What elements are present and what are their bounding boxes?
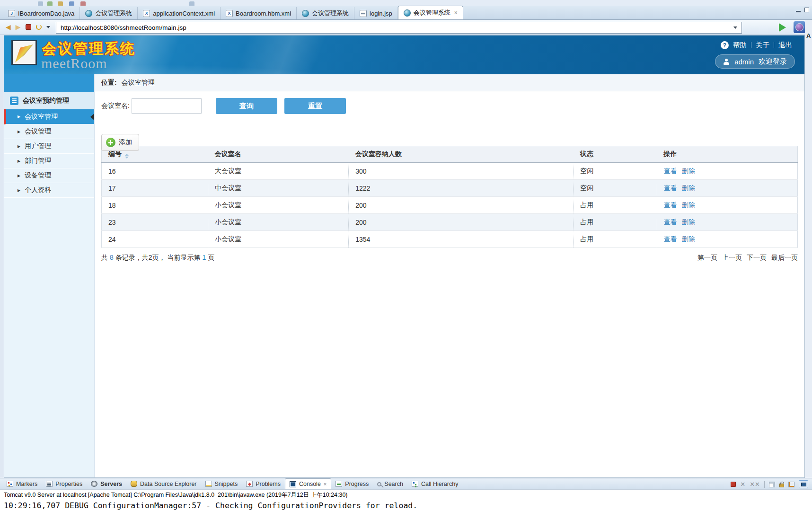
prev-page-link[interactable]: 上一页 (722, 254, 742, 261)
nav-dropdown-icon[interactable] (46, 26, 50, 28)
editor-tab[interactable]: XBoardroom.hbm.xml (221, 7, 297, 19)
back-icon[interactable]: ◀ (6, 23, 11, 31)
table-row: 17中会议室1222空闲查看删除 (102, 180, 798, 197)
view-link[interactable]: 查看 (664, 235, 677, 243)
snippets-icon (205, 481, 212, 487)
sidebar-item[interactable]: ▶会议室管理 (4, 109, 94, 124)
terminate-icon[interactable] (731, 482, 736, 487)
close-icon[interactable]: × (324, 481, 327, 487)
sidebar-item[interactable]: ▶会议管理 (4, 124, 94, 139)
reset-button[interactable]: 重置 (284, 98, 346, 114)
go-button[interactable] (779, 23, 786, 32)
header-link-logout[interactable]: 退出 (778, 41, 792, 50)
delete-link[interactable]: 删除 (682, 218, 695, 226)
panel-tab-snippets[interactable]: Snippets (201, 478, 242, 489)
editor-tab[interactable]: XapplicationContext.xml (138, 7, 221, 19)
editor-tab[interactable]: 会议管理系统 (80, 7, 138, 19)
triangle-bullet-icon: ▶ (18, 174, 20, 178)
cell-status: 占用 (574, 231, 657, 248)
panel-tab-search[interactable]: Search (373, 478, 407, 489)
editor-tab[interactable]: 会议管理系统 (297, 7, 354, 19)
maximize-icon[interactable] (804, 8, 809, 12)
sidebar-item-label: 会议室管理 (25, 113, 58, 121)
panel-tab-markers[interactable]: Markers (2, 478, 42, 489)
web-page-icon (302, 10, 309, 17)
url-dropdown-icon[interactable] (733, 26, 737, 29)
plus-icon (106, 138, 115, 147)
panel-tab-data-source[interactable]: Data Source Explorer (126, 478, 201, 489)
sidebar-item[interactable]: ▶设备管理 (4, 168, 94, 183)
panel-tab-label: Data Source Explorer (140, 481, 197, 487)
editor-tab[interactable]: 会议管理系统× (398, 6, 463, 19)
cell-room-name: 小会议室 (208, 214, 349, 231)
problems-icon (246, 481, 253, 487)
panel-tab-servers[interactable]: Servers (87, 478, 126, 489)
cell-capacity: 1354 (349, 231, 574, 248)
web-page-icon (85, 10, 92, 17)
url-text: http://localhost:8080/sshmeetRoom/main.j… (61, 24, 186, 31)
sidebar-item[interactable]: ▶个人资料 (4, 183, 94, 198)
table-header-row: 编号会议室名会议室容纳人数状态操作 (102, 146, 798, 163)
view-link[interactable]: 查看 (664, 184, 677, 192)
clipped-toolbar (0, 0, 812, 6)
scroll-lock-icon[interactable] (779, 484, 784, 487)
stop-icon[interactable] (26, 24, 31, 30)
editor-tab[interactable]: login.jsp (354, 7, 398, 19)
sort-icon[interactable] (125, 154, 129, 159)
next-page-link[interactable]: 下一页 (747, 254, 767, 261)
summary-text: 共 (101, 254, 108, 261)
delete-link[interactable]: 删除 (682, 184, 695, 192)
user-badge[interactable]: admin 欢迎登录 (715, 54, 795, 69)
app-subtitle: meetRoom (41, 55, 107, 71)
sidebar-item[interactable]: ▶部门管理 (4, 154, 94, 168)
xml-file-icon: X (143, 10, 150, 17)
close-icon[interactable]: × (454, 9, 458, 16)
add-button[interactable]: 添加 (101, 134, 139, 151)
panel-tab-properties[interactable]: Properties (42, 478, 87, 489)
table-row: 24小会议室1354占用查看删除 (102, 231, 798, 248)
pin-console-icon[interactable] (788, 482, 794, 487)
panel-tab-call-hierarchy[interactable]: Call Hierarchy (407, 478, 463, 489)
editor-tab[interactable]: JIBoardroomDao.java (3, 7, 80, 19)
panel-tab-problems[interactable]: Problems (242, 478, 285, 489)
url-input[interactable]: http://localhost:8080/sshmeetRoom/main.j… (56, 22, 742, 34)
delete-link[interactable]: 删除 (682, 167, 695, 175)
sidebar-item[interactable]: ▶用户管理 (4, 139, 94, 154)
delete-link[interactable]: 删除 (682, 201, 695, 209)
panel-tab-console[interactable]: Console× (285, 478, 331, 489)
cell-room-name: 中会议室 (208, 180, 349, 197)
delete-link[interactable]: 删除 (682, 235, 695, 243)
clear-console-icon[interactable] (769, 482, 775, 487)
header-link-about[interactable]: 关于 (756, 41, 769, 50)
view-link[interactable]: 查看 (664, 167, 677, 175)
breadcrumb: 位置: 会议室管理 (95, 74, 804, 91)
cell-actions: 查看删除 (657, 231, 797, 248)
browser-nav: ◀ ▶ (6, 23, 50, 31)
refresh-icon[interactable] (36, 24, 42, 30)
query-button[interactable]: 查询 (216, 98, 277, 114)
display-console-icon[interactable] (799, 480, 808, 488)
panel-tab-progress[interactable]: Progress (331, 478, 373, 489)
last-page-link[interactable]: 最后一页 (771, 254, 798, 261)
cell-status: 占用 (574, 197, 657, 214)
java-file-icon: J (8, 10, 15, 17)
cell-id: 24 (102, 231, 208, 248)
room-name-input[interactable] (132, 98, 202, 114)
column-label: 操作 (663, 150, 677, 158)
header-link-help[interactable]: 帮助 (733, 41, 747, 50)
console-output[interactable]: Tomcat v9.0 Server at localhost [Apache … (0, 490, 812, 511)
sidebar-item-label: 部门管理 (25, 157, 51, 165)
remove-launch-icon[interactable]: ✕ (740, 481, 745, 487)
view-link[interactable]: 查看 (664, 218, 677, 226)
browser-toolbar: ◀ ▶ http://localhost:8080/sshmeetRoom/ma… (0, 20, 812, 35)
xml-file-icon: X (226, 10, 233, 17)
view-link[interactable]: 查看 (664, 201, 677, 209)
web-browser-icon[interactable] (794, 21, 805, 33)
first-page-link[interactable]: 第一页 (697, 254, 717, 261)
search-form: 会议室名: 查询 重置 (101, 98, 346, 114)
forward-icon[interactable]: ▶ (16, 23, 21, 31)
remove-all-launches-icon[interactable]: ✕✕ (750, 481, 760, 487)
cell-id: 18 (102, 197, 208, 214)
minimize-icon[interactable] (796, 11, 801, 12)
header-links: ?帮助关于退出 (721, 41, 792, 50)
